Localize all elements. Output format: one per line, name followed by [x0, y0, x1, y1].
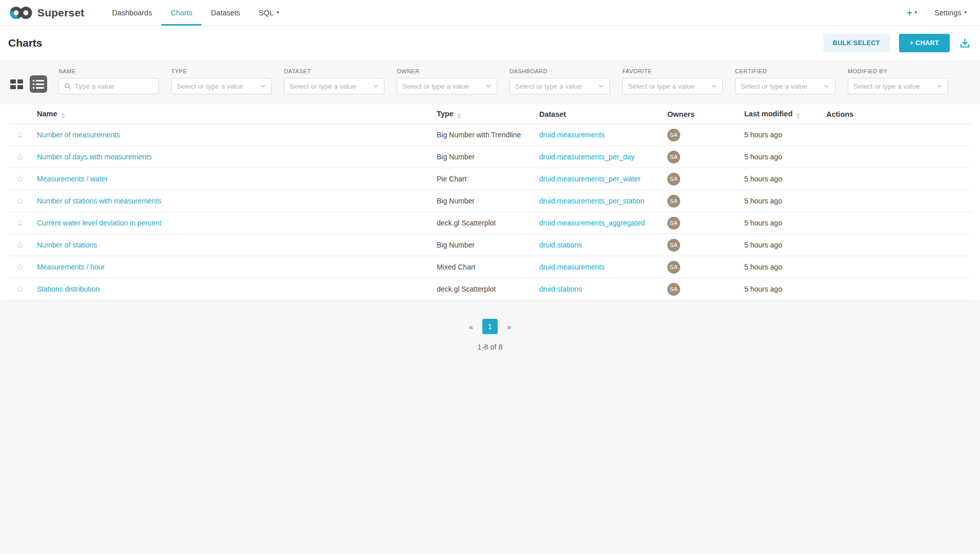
owner-avatar[interactable]: SA	[667, 261, 680, 274]
new-item-menu[interactable]: + ▾	[907, 8, 917, 17]
settings-menu[interactable]: Settings ▾	[934, 9, 967, 17]
owner-avatar[interactable]: SA	[667, 195, 680, 208]
favorite-star-icon[interactable]: ☆	[16, 196, 24, 206]
filter-label: DATASET	[284, 68, 384, 74]
last-modified: 5 hours ago	[744, 263, 826, 271]
filter-name[interactable]: Type a value	[58, 78, 159, 94]
filter: FAVORITE Select or type a value	[622, 68, 723, 94]
filter-dashboard[interactable]: Select or type a value	[509, 78, 610, 94]
chevron-down-icon	[824, 83, 830, 89]
favorite-star-icon[interactable]: ☆	[16, 218, 24, 228]
chart-type: Big Number with Trendline	[437, 131, 539, 139]
favorite-star-icon[interactable]: ☆	[16, 262, 24, 272]
pagination: « 1 » 1-8 of 8	[0, 319, 980, 351]
filter: OWNER Select or type a value	[397, 68, 497, 94]
chart-name-link[interactable]: Measurements / water	[37, 175, 108, 183]
filter-placeholder: Select or type a value	[741, 83, 807, 90]
dataset-link[interactable]: druid.stations	[539, 285, 582, 293]
table-row: ☆ Measurements / hour Mixed Chart druid.…	[8, 256, 972, 278]
dataset-link[interactable]: druid.measurements	[539, 131, 605, 139]
last-modified: 5 hours ago	[744, 175, 826, 183]
filter-modified-by[interactable]: Select or type a value	[848, 78, 948, 94]
chart-name-link[interactable]: Number of days with measurements	[37, 153, 152, 161]
chart-type: Mixed Chart	[437, 263, 539, 271]
filter-placeholder: Select or type a value	[628, 83, 695, 90]
chart-name-link[interactable]: Measurements / hour	[37, 263, 105, 271]
favorite-star-icon[interactable]: ☆	[16, 152, 24, 162]
favorite-star-icon[interactable]: ☆	[16, 174, 24, 184]
owner-avatar[interactable]: SA	[667, 173, 680, 186]
filter-dataset[interactable]: Select or type a value	[284, 78, 384, 94]
filter-placeholder: Select or type a value	[402, 83, 469, 90]
dataset-link[interactable]: druid.measurements_aggregated	[539, 219, 645, 227]
filter-bar: NAME Type a value TYPE Select or type a …	[0, 60, 980, 105]
owner-avatar[interactable]: SA	[667, 283, 680, 296]
header-owners: Owners	[667, 110, 744, 118]
plus-icon: +	[907, 8, 912, 17]
filter: DASHBOARD Select or type a value	[509, 68, 610, 94]
chart-type: deck.gl Scatterplot	[437, 285, 539, 293]
dataset-link[interactable]: druid.measurements_per_day	[539, 153, 635, 161]
last-modified: 5 hours ago	[744, 241, 826, 249]
sort-icon[interactable]	[61, 113, 65, 118]
owner-avatar[interactable]: SA	[667, 239, 680, 252]
page-number-active[interactable]: 1	[482, 319, 498, 334]
chart-name-link[interactable]: Number of stations with measurements	[37, 197, 161, 205]
chevron-down-icon	[711, 83, 717, 89]
chart-name-link[interactable]: Number of stations	[37, 241, 97, 249]
table-body: ☆ Number of measurements Big Number with…	[8, 124, 972, 300]
dataset-link[interactable]: druid.measurements_per_station	[539, 197, 644, 205]
filter-certified[interactable]: Select or type a value	[735, 78, 835, 94]
settings-label: Settings	[934, 9, 961, 17]
nav-item-charts[interactable]: Charts	[161, 0, 202, 25]
navbar: Superset Dashboards Charts Datasets SQL▾…	[0, 0, 980, 26]
table-row: ☆ Number of measurements Big Number with…	[8, 124, 972, 146]
last-modified: 5 hours ago	[744, 219, 826, 227]
brand-name: Superset	[37, 7, 84, 19]
nav-item-dashboards[interactable]: Dashboards	[103, 0, 161, 25]
chart-name-link[interactable]: Current water level deviation in percent	[37, 219, 161, 227]
nav-item-datasets[interactable]: Datasets	[201, 0, 249, 25]
pagination-summary: 1-8 of 8	[477, 343, 502, 351]
card-view-toggle[interactable]	[9, 78, 24, 90]
filter-label: MODIFIED BY	[848, 68, 948, 74]
header-name: Name	[37, 110, 437, 118]
filter-favorite[interactable]: Select or type a value	[622, 78, 723, 94]
favorite-star-icon[interactable]: ☆	[16, 240, 24, 250]
chart-type: Big Number	[437, 197, 539, 205]
table-row: ☆ Measurements / water Pie Chart druid.m…	[8, 168, 972, 190]
charts-table: Name Type Dataset Owners Last modified A…	[0, 105, 980, 300]
dataset-link[interactable]: druid.stations	[539, 241, 582, 249]
infinity-logo-icon	[9, 6, 33, 20]
filter-label: TYPE	[171, 68, 272, 74]
owner-avatar[interactable]: SA	[667, 129, 680, 141]
next-page-button[interactable]: »	[503, 320, 515, 333]
filter-placeholder: Select or type a value	[290, 83, 356, 90]
favorite-star-icon[interactable]: ☆	[16, 284, 24, 294]
owner-avatar[interactable]: SA	[667, 151, 680, 163]
filter: CERTIFIED Select or type a value	[735, 68, 835, 94]
chart-name-link[interactable]: Stations distribution	[37, 285, 99, 293]
dataset-link[interactable]: druid.measurements_per_water	[539, 175, 641, 183]
favorite-star-icon[interactable]: ☆	[16, 130, 24, 140]
sort-icon[interactable]	[457, 113, 461, 118]
filter-label: DASHBOARD	[509, 68, 610, 74]
chevron-down-icon	[485, 83, 492, 89]
filter-label: CERTIFIED	[735, 68, 835, 74]
bulk-select-button[interactable]: BULK SELECT	[823, 34, 890, 52]
superset-logo[interactable]: Superset	[9, 6, 84, 20]
filter-type[interactable]: Select or type a value	[171, 78, 272, 94]
main-nav: Dashboards Charts Datasets SQL▾	[103, 0, 288, 25]
filter: MODIFIED BY Select or type a value	[848, 68, 948, 94]
chart-name-link[interactable]: Number of measurements	[37, 131, 120, 139]
sort-icon[interactable]	[796, 113, 800, 118]
list-view-toggle[interactable]	[30, 75, 47, 93]
new-chart-button[interactable]: + CHART	[899, 34, 950, 52]
filter-owner[interactable]: Select or type a value	[397, 78, 497, 94]
prev-page-button[interactable]: «	[465, 320, 477, 333]
dataset-link[interactable]: druid.measurements	[539, 263, 605, 271]
owner-avatar[interactable]: SA	[667, 217, 680, 230]
nav-item-sql[interactable]: SQL▾	[250, 0, 289, 25]
import-charts-button[interactable]	[959, 37, 971, 49]
filter: TYPE Select or type a value	[171, 68, 272, 94]
